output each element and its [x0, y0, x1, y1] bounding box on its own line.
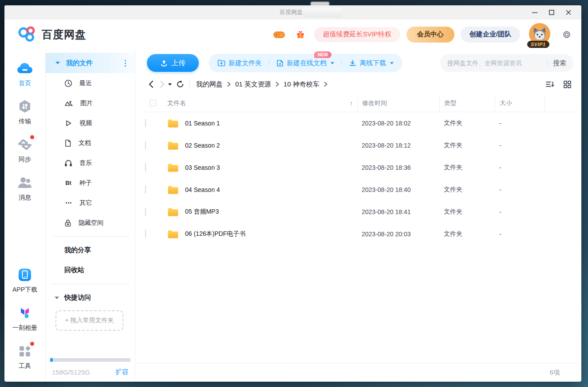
column-header-type[interactable]: 类型 [439, 94, 495, 112]
column-header-name[interactable]: 文件名 ↑ [163, 94, 357, 112]
table-row[interactable]: 04 Season 4 2023-08-20 18:40 文件夹 - [143, 179, 579, 201]
rail-item-messages[interactable]: 消息 [4, 175, 45, 202]
refresh-button[interactable] [174, 78, 186, 90]
new-folder-icon [217, 59, 225, 66]
sidebar-item-pictures[interactable]: 图片 [46, 93, 135, 113]
sidebar-item-music[interactable]: 音乐 [46, 153, 135, 173]
sidebar-item-documents[interactable]: 文档 [46, 133, 135, 153]
rail-item-photos[interactable]: 一刻相册 [4, 305, 45, 332]
file-name[interactable]: 05 音频MP3 [185, 208, 219, 216]
storage-progress-fill [50, 358, 53, 362]
file-name[interactable]: 06 (126本)PDF电子书 [185, 230, 245, 238]
rail-item-app-download[interactable]: APP下载 [4, 267, 45, 294]
close-button[interactable] [562, 7, 575, 18]
breadcrumb-item-current[interactable]: 10 神奇校车 [284, 80, 320, 89]
row-checkbox[interactable] [145, 141, 146, 149]
sidebar-item-recent[interactable]: 最近 [46, 73, 135, 93]
sidebar-item-my-shares[interactable]: 我的分享 [46, 240, 135, 260]
upload-button[interactable]: 上传 [147, 54, 199, 72]
search-button[interactable]: 搜索 [553, 59, 566, 67]
rail-item-sync[interactable]: 同步 [4, 137, 45, 164]
sidebar-item-label: 文档 [79, 139, 91, 147]
select-all-checkbox[interactable] [150, 100, 156, 106]
lock-icon [64, 219, 71, 227]
transfer-icon [16, 99, 33, 114]
expand-storage-link[interactable]: 扩容 [115, 368, 129, 376]
storage-progress-bar [50, 358, 130, 362]
download-icon [349, 59, 356, 67]
svip-renew-promo-button[interactable]: 超值续费延长SVIP特权 [314, 27, 400, 42]
table-row[interactable]: 01 Season 1 2023-08-20 18:02 文件夹 - [143, 112, 579, 134]
file-name[interactable]: 03 Season 3 [185, 164, 220, 171]
rail-item-transfer[interactable]: 传输 [4, 99, 45, 125]
rail-item-tools[interactable]: 工具 [4, 344, 45, 370]
back-button[interactable] [145, 78, 157, 90]
file-name[interactable]: 01 Season 1 [185, 120, 220, 127]
user-avatar[interactable]: SVIP1 [529, 23, 551, 46]
row-checkbox[interactable] [145, 119, 146, 127]
file-size: - [495, 208, 545, 215]
sidebar-item-my-files[interactable]: 我的文件 [46, 53, 135, 73]
file-name[interactable]: 02 Season 2 [185, 142, 220, 149]
file-size: - [495, 186, 545, 193]
forward-button[interactable] [157, 78, 168, 90]
maximize-button[interactable] [545, 7, 558, 18]
row-checkbox[interactable] [145, 207, 146, 216]
file-modified-time: 2023-08-20 18:12 [357, 142, 439, 149]
new-doc-label: 新建在线文档 [287, 59, 327, 67]
row-checkbox[interactable] [145, 163, 146, 172]
offline-download-button[interactable]: 离线下载 [349, 59, 394, 67]
file-type: 文件夹 [439, 141, 495, 149]
history-dropdown-icon[interactable] [168, 83, 172, 86]
sort-order-icon[interactable] [545, 80, 555, 88]
breadcrumb: 我的网盘 01 英文资源 10 神奇校车 [196, 80, 328, 89]
more-menu-icon[interactable] [123, 58, 128, 68]
column-header-time[interactable]: 修改时间 [357, 94, 439, 112]
table-row[interactable]: 03 Season 3 2023-08-20 18:36 文件夹 - [143, 156, 579, 179]
grid-view-icon[interactable] [563, 80, 572, 89]
rail-item-home[interactable]: 首页 [4, 61, 45, 87]
breadcrumb-item-root[interactable]: 我的网盘 [196, 80, 223, 89]
file-type: 文件夹 [439, 119, 495, 127]
sidebar-item-videos[interactable]: 视频 [46, 113, 135, 133]
row-checkbox[interactable] [145, 185, 146, 194]
new-folder-label: 新建文件夹 [229, 59, 262, 67]
table-row[interactable]: 02 Season 2 2023-08-20 18:12 文件夹 - [143, 134, 579, 156]
breadcrumb-item[interactable]: 01 英文资源 [235, 80, 271, 89]
settings-gear-icon[interactable] [560, 28, 573, 41]
file-type: 文件夹 [439, 164, 495, 172]
cloud-home-icon [16, 61, 33, 76]
search-input[interactable] [447, 59, 542, 66]
drop-folder-target[interactable]: + 拖入常用文件夹 [55, 310, 123, 331]
chevron-right-icon [276, 82, 279, 87]
column-header-size[interactable]: 大小 [495, 94, 545, 112]
sidebar-item-hidden-space[interactable]: 隐藏空间 [46, 213, 135, 233]
quick-access-label: 快捷访问 [64, 293, 91, 302]
minimize-button[interactable] [528, 7, 541, 18]
baidu-netdisk-logo: 百度网盘 [18, 25, 86, 44]
table-row[interactable]: 05 音频MP3 2023-08-20 18:41 文件夹 - [143, 201, 579, 223]
logo-cloud-icon [18, 25, 37, 44]
sidebar-section-quick-access[interactable]: 快捷访问 [46, 288, 135, 308]
file-type: 文件夹 [439, 186, 495, 194]
gift-icon[interactable] [293, 27, 308, 42]
sidebar-item-label: 其它 [79, 199, 92, 207]
sort-ascending-icon[interactable]: ↑ [350, 100, 353, 107]
sync-icon [16, 137, 33, 152]
sidebar-item-recycle-bin[interactable]: 回收站 [46, 260, 135, 280]
sidebar-item-label: 最近 [79, 79, 92, 87]
file-nav-sidebar: 我的文件 最近 图片 视频 [46, 49, 135, 382]
game-center-icon[interactable] [272, 27, 287, 42]
create-team-button[interactable]: 创建企业/团队 [461, 27, 520, 43]
titlebar: 百度网盘 · [4, 5, 581, 20]
sidebar-item-others[interactable]: 其它 [46, 193, 135, 213]
table-row[interactable]: 06 (126本)PDF电子书 2023-08-20 20:03 文件夹 - [143, 223, 579, 245]
new-online-doc-button[interactable]: NEW 新建在线文档 [276, 59, 334, 67]
sidebar-item-torrents[interactable]: Bt 种子 [46, 173, 135, 193]
row-checkbox[interactable] [145, 230, 146, 238]
vip-center-button[interactable]: 会员中心 [406, 27, 454, 43]
clock-icon [64, 79, 72, 87]
file-name[interactable]: 04 Season 4 [185, 186, 220, 193]
new-folder-button[interactable]: 新建文件夹 [217, 59, 262, 67]
rail-item-label: 同步 [19, 156, 31, 164]
